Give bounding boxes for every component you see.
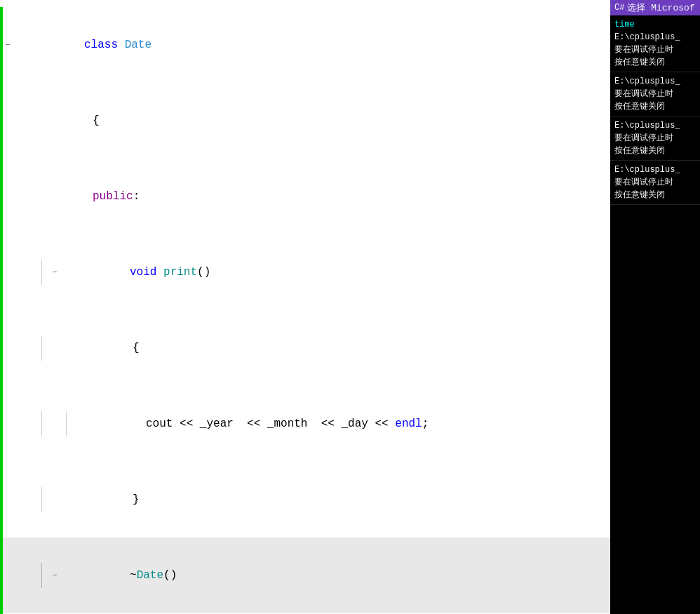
green-bar-6 (0, 386, 3, 462)
line-void-print: − void print() (0, 234, 610, 310)
line-brace-close-2: } (0, 462, 610, 538)
terminal-header: C# 选择 Microsof (610, 0, 700, 15)
line-brace-open-2: { (0, 310, 610, 386)
terminal-line-debug-2: 要在调试停止时 (614, 88, 696, 100)
terminal-line-path-4: E:\cplusplus_ (614, 163, 696, 176)
terminal-panel: C# 选择 Microsof time E:\cplusplus_ 要在调试停止… (610, 0, 700, 614)
terminal-line-key-1: 按任意键关闭 (614, 56, 696, 69)
line-brace-open-1: { (0, 83, 610, 159)
line-brace-2-text: { (60, 310, 610, 386)
line-public: public: (0, 159, 610, 234)
terminal-line-debug-4: 要在调试停止时 (614, 176, 696, 189)
terminal-icon: C# (614, 3, 624, 13)
green-bar-7 (0, 462, 3, 538)
terminal-line-debug-3: 要在调试停止时 (614, 132, 696, 145)
line-cout-text: cout << _year << _month << _day << endl; (73, 386, 610, 462)
line-class-text: class Date (14, 7, 610, 83)
terminal-line-time: time (614, 18, 696, 31)
terminal-line-key-4: 按任意键关闭 (614, 189, 696, 201)
terminal-block-1: time E:\cplusplus_ 要在调试停止时 按任意键关闭 (610, 15, 700, 72)
terminal-header-text: 选择 Microsof (627, 1, 694, 14)
terminal-line-debug-1: 要在调试停止时 (614, 44, 696, 56)
green-bar-5 (0, 310, 3, 386)
line-destructor: − ~Date() (0, 538, 610, 613)
green-bar-8 (0, 538, 3, 613)
main-container: − class Date { public: (0, 0, 700, 614)
green-bar (0, 7, 3, 83)
line-brace-close-2-text: } (60, 462, 610, 538)
collapse-print[interactable]: − (49, 267, 60, 278)
collapse-destructor[interactable]: − (49, 570, 60, 581)
line-void-print-text: void print() (60, 234, 610, 310)
terminal-line-path-1: E:\cplusplus_ (614, 31, 696, 44)
terminal-line-key-3: 按任意键关闭 (614, 145, 696, 157)
terminal-block-3: E:\cplusplus_ 要在调试停止时 按任意键关闭 (610, 116, 700, 161)
green-bar-3 (0, 159, 3, 234)
line-cout-year: cout << _year << _month << _day << endl; (0, 386, 610, 462)
terminal-block-4: E:\cplusplus_ 要在调试停止时 按任意键关闭 (610, 161, 700, 205)
terminal-line-key-2: 按任意键关闭 (614, 100, 696, 113)
collapse-class[interactable]: − (2, 39, 13, 51)
code-area: − class Date { public: (0, 0, 610, 614)
terminal-block-2: E:\cplusplus_ 要在调试停止时 按任意键关闭 (610, 72, 700, 116)
green-bar-4 (0, 234, 3, 310)
terminal-line-path-3: E:\cplusplus_ (614, 119, 696, 132)
green-bar-2 (0, 83, 3, 159)
line-destructor-text: ~Date() (60, 538, 610, 613)
code-panel: − class Date { public: (0, 0, 610, 614)
terminal-line-path-2: E:\cplusplus_ (614, 75, 696, 88)
line-brace-1-text: { (14, 83, 610, 159)
line-public-text: public: (14, 159, 610, 234)
line-class-decl: − class Date (0, 7, 610, 83)
